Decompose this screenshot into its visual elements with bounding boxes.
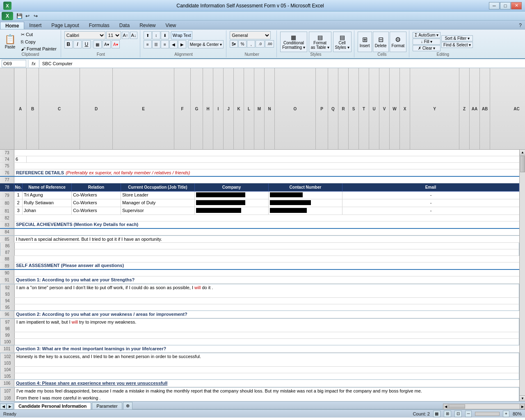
decrease-decimal-button[interactable]: .0 — [256, 40, 265, 48]
zoom-in-button[interactable]: + — [503, 411, 509, 417]
sheet-tab-new[interactable]: ⊕ — [123, 402, 132, 409]
tab-view[interactable]: View — [160, 22, 181, 29]
font-color-button[interactable]: A▾ — [112, 40, 120, 48]
col-z[interactable]: Z — [459, 68, 470, 149]
scroll-up-button[interactable]: ▲ — [520, 150, 525, 155]
formula-input[interactable]: SBC Computer — [41, 60, 523, 67]
cell-styles-button[interactable]: ▤ Cell Styles ▾ — [333, 32, 352, 52]
col-g[interactable]: G — [191, 68, 203, 149]
col-f[interactable]: F — [174, 68, 191, 149]
restore-button[interactable]: □ — [500, 2, 511, 9]
align-top-button[interactable]: ⬆ — [144, 31, 152, 39]
sheet-tab-parameter[interactable]: Parameter — [92, 402, 122, 409]
number-format-selector[interactable]: General — [230, 31, 271, 39]
sort-filter-button[interactable]: Sort & Filter ▾ — [441, 35, 473, 41]
col-r[interactable]: R — [338, 68, 349, 149]
col-o[interactable]: O — [275, 68, 316, 149]
office-button[interactable]: X — [2, 12, 13, 20]
font-size-selector[interactable]: 11 — [106, 31, 121, 39]
col-q[interactable]: Q — [328, 68, 338, 149]
copy-button[interactable]: ⎘ Copy — [19, 39, 58, 45]
col-u[interactable]: U — [369, 68, 379, 149]
view-layout-button[interactable]: ⊞ — [444, 411, 451, 417]
percent-button[interactable]: % — [238, 40, 247, 48]
col-p[interactable]: P — [316, 68, 328, 149]
find-select-button[interactable]: Find & Select ▾ — [441, 42, 473, 48]
tab-insert[interactable]: Insert — [24, 22, 46, 29]
col-v[interactable]: V — [379, 68, 390, 149]
tab-data[interactable]: Data — [114, 22, 135, 29]
cell-reference-input[interactable]: O69 — [2, 60, 26, 67]
zoom-level[interactable]: 80% — [513, 411, 522, 416]
clear-button[interactable]: ✗ Clear ▾ — [413, 45, 441, 51]
hscroll-right[interactable]: ▶ — [520, 404, 525, 409]
horizontal-scrollbar[interactable]: ◀ ▶ — [443, 404, 525, 409]
col-x[interactable]: X — [400, 68, 410, 149]
wrap-text-button[interactable]: Wrap Text — [171, 31, 193, 39]
col-s[interactable]: S — [349, 68, 359, 149]
sheet-nav-left[interactable]: ◀ — [0, 404, 7, 409]
col-k[interactable]: K — [234, 68, 244, 149]
align-left-button[interactable]: ≡ — [144, 40, 152, 48]
zoom-slider[interactable] — [475, 412, 500, 416]
sheet-tab-candidate[interactable]: Candidate Personal Information — [14, 402, 91, 409]
col-j[interactable]: J — [224, 68, 234, 149]
comma-button[interactable]: , — [247, 40, 255, 48]
col-h[interactable]: H — [203, 68, 213, 149]
col-aa[interactable]: AA — [470, 68, 480, 149]
tab-home[interactable]: Home — [0, 22, 24, 29]
help-icon[interactable]: ? — [516, 22, 525, 29]
view-normal-button[interactable]: ▦ — [433, 411, 441, 417]
save-quick-btn[interactable]: 💾 — [16, 12, 23, 20]
close-button[interactable]: ✕ — [511, 2, 522, 9]
fill-color-button[interactable]: A▾ — [103, 40, 111, 48]
underline-button[interactable]: U — [82, 40, 91, 48]
view-pagebreak-button[interactable]: ⊡ — [454, 411, 462, 417]
paste-button[interactable]: 📋 Paste — [2, 33, 18, 50]
col-y[interactable]: Y — [410, 68, 459, 149]
tab-page-layout[interactable]: Page Layout — [46, 22, 84, 29]
decrease-indent-button[interactable]: ◀ — [169, 40, 178, 48]
hscroll-left[interactable]: ◀ — [443, 404, 448, 409]
currency-button[interactable]: $▾ — [230, 40, 238, 48]
align-center-button[interactable]: ☰ — [152, 40, 160, 48]
tab-formulas[interactable]: Formulas — [84, 22, 114, 29]
italic-button[interactable]: I — [73, 40, 82, 48]
tab-review[interactable]: Review — [135, 22, 160, 29]
redo-quick-btn[interactable]: ↪ — [32, 12, 39, 20]
zoom-out-button[interactable]: ─ — [465, 411, 472, 417]
conditional-formatting-button[interactable]: ▦ Conditional Formatting ▾ — [280, 32, 307, 52]
col-e[interactable]: E — [113, 68, 174, 149]
delete-button[interactable]: ⊟ Delete — [373, 32, 389, 52]
scroll-thumb[interactable] — [520, 156, 525, 172]
col-w[interactable]: W — [390, 68, 400, 149]
insert-button[interactable]: ⊞ Insert — [358, 32, 372, 52]
decrease-font-button[interactable]: A↓ — [130, 32, 137, 39]
col-i[interactable]: I — [213, 68, 224, 149]
align-bottom-button[interactable]: ⬇ — [161, 31, 169, 39]
sheet-nav-right[interactable]: ▶ — [7, 404, 13, 409]
merge-center-button[interactable]: Merge & Center ▾ — [188, 40, 224, 48]
format-as-table-button[interactable]: ▤ Format as Table ▾ — [309, 32, 331, 52]
increase-decimal-button[interactable]: .00 — [265, 40, 274, 48]
hscroll-thumb[interactable] — [449, 404, 465, 409]
minimize-button[interactable]: ─ — [489, 2, 500, 9]
bold-button[interactable]: B — [64, 40, 73, 48]
undo-quick-btn[interactable]: ↩ — [24, 12, 31, 20]
increase-indent-button[interactable]: ▶ — [178, 40, 186, 48]
border-button[interactable]: ▦ — [94, 40, 102, 48]
col-d[interactable]: D — [80, 68, 113, 149]
col-c[interactable]: C — [39, 68, 80, 149]
scroll-down-button[interactable]: ▼ — [520, 395, 525, 401]
col-l[interactable]: L — [244, 68, 254, 149]
format-button[interactable]: ⚙ Format — [390, 32, 407, 52]
autosum-button[interactable]: Σ AutoSum ▾ — [413, 32, 441, 38]
format-painter-button[interactable]: 🖌 Format Painter — [19, 46, 58, 52]
fill-button[interactable]: ↓ Fill ▾ — [413, 39, 441, 45]
col-b[interactable]: B — [27, 68, 39, 149]
col-t[interactable]: T — [359, 68, 369, 149]
col-ab[interactable]: AB — [480, 68, 490, 149]
col-ac[interactable]: AC — [490, 68, 525, 149]
col-m[interactable]: M — [254, 68, 265, 149]
cut-button[interactable]: ✂ Cut — [19, 31, 58, 38]
